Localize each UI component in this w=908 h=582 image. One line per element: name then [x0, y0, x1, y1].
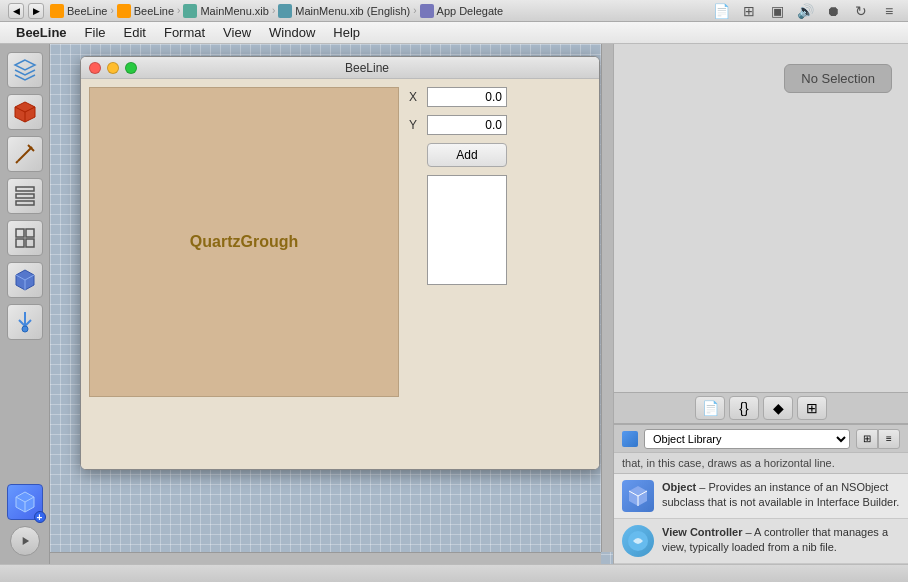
inspector-tabs: 📄 {} ◆ ⊞: [614, 392, 908, 424]
breadcrumb-item-2[interactable]: BeeLine: [117, 4, 174, 18]
xib-main-view[interactable]: QuartzGrough: [89, 87, 399, 397]
inspector-tab-size[interactable]: ◆: [763, 396, 793, 420]
breadcrumb-label-4: MainMenu.xib (English): [295, 5, 410, 17]
menu-item-help[interactable]: Help: [325, 23, 368, 42]
canvas-area[interactable]: BeeLine QuartzGrough X Y Add: [50, 44, 613, 564]
breadcrumb-label-3: MainMenu.xib: [200, 5, 268, 17]
tool-list[interactable]: [7, 178, 43, 214]
tool-arrow-3d[interactable]: [7, 304, 43, 340]
breadcrumb-label-1: BeeLine: [67, 5, 107, 17]
english-xib-icon: [278, 4, 292, 18]
x-input[interactable]: [427, 87, 507, 107]
object-item-text: Object – Provides an instance of an NSOb…: [662, 480, 900, 511]
no-selection-badge: No Selection: [784, 64, 892, 93]
window-minimize-button[interactable]: [107, 62, 119, 74]
object-item-desc: – Provides an instance of an NSObject su…: [662, 481, 899, 508]
xib-controls: X Y Add: [409, 87, 591, 461]
no-selection-area: No Selection: [614, 44, 908, 392]
play-button[interactable]: [10, 526, 40, 556]
tool-add-component[interactable]: +: [7, 484, 43, 520]
xib-view-label: QuartzGrough: [190, 233, 298, 251]
toolbar-sound-icon[interactable]: 🔊: [794, 2, 816, 20]
svg-marker-11: [22, 537, 28, 545]
menu-item-view[interactable]: View: [215, 23, 259, 42]
menu-item-format[interactable]: Format: [156, 23, 213, 42]
svg-line-0: [18, 147, 32, 161]
library-select[interactable]: Object Library: [644, 429, 850, 449]
right-panel: No Selection 📄 {} ◆ ⊞ Object Library ⊞ ≡…: [613, 44, 908, 564]
library-items: Object – Provides an instance of an NSOb…: [614, 474, 908, 564]
library-description: that, in this case, draws as a horizonta…: [614, 453, 908, 474]
beeline-icon: [50, 4, 64, 18]
menu-item-file[interactable]: File: [77, 23, 114, 42]
svg-rect-8: [16, 239, 24, 247]
library-list-view-button[interactable]: ≡: [878, 429, 900, 449]
toolbar-record-icon[interactable]: ⏺: [822, 2, 844, 20]
x-label: X: [409, 90, 421, 104]
svg-rect-4: [16, 194, 34, 198]
add-button[interactable]: Add: [427, 143, 507, 167]
tool-3d-box[interactable]: [7, 262, 43, 298]
x-coord-row: X: [409, 87, 591, 107]
breadcrumb-item-3[interactable]: MainMenu.xib: [183, 4, 268, 18]
delegate-icon: [420, 4, 434, 18]
nav-controls: ◀ ▶: [8, 3, 44, 19]
breadcrumb-item-1[interactable]: BeeLine: [50, 4, 107, 18]
tool-pencil[interactable]: [7, 136, 43, 172]
library-item-object[interactable]: Object – Provides an instance of an NSOb…: [614, 474, 908, 519]
xib-icon: [183, 4, 197, 18]
inspector-tab-identity[interactable]: 📄: [695, 396, 725, 420]
breadcrumb-sep-3: ›: [272, 5, 275, 16]
tool-3d-view[interactable]: [7, 52, 43, 88]
window-close-button[interactable]: [89, 62, 101, 74]
menu-bar: BeeLine File Edit Format View Window Hel…: [0, 22, 908, 44]
svg-rect-9: [26, 239, 34, 247]
inspector-tab-attributes[interactable]: {}: [729, 396, 759, 420]
tool-grid[interactable]: [7, 220, 43, 256]
add-badge: +: [34, 511, 46, 523]
y-input[interactable]: [427, 115, 507, 135]
breadcrumb-item-5[interactable]: App Delegate: [420, 4, 504, 18]
svg-rect-7: [26, 229, 34, 237]
canvas-scrollbar-horizontal[interactable]: [50, 552, 601, 564]
breadcrumb-item-4[interactable]: MainMenu.xib (English): [278, 4, 410, 18]
breadcrumb-label-2: BeeLine: [134, 5, 174, 17]
viewcontroller-item-text: View Controller – A controller that mana…: [662, 525, 900, 556]
beeline-icon-2: [117, 4, 131, 18]
toolbar-view-icon[interactable]: ▣: [766, 2, 788, 20]
title-bar: ◀ ▶ BeeLine › BeeLine › MainMenu.xib › M…: [0, 0, 908, 22]
xib-listbox[interactable]: [427, 175, 507, 285]
breadcrumb-sep-2: ›: [177, 5, 180, 16]
tool-cube[interactable]: [7, 94, 43, 130]
window-maximize-button[interactable]: [125, 62, 137, 74]
library-grid-view-button[interactable]: ⊞: [856, 429, 878, 449]
library-area: Object Library ⊞ ≡ that, in this case, d…: [614, 424, 908, 564]
nav-forward-button[interactable]: ▶: [28, 3, 44, 19]
viewcontroller-item-icon: [622, 525, 654, 557]
toolbar-grid-icon[interactable]: ⊞: [738, 2, 760, 20]
xib-window-title: BeeLine: [143, 61, 591, 75]
breadcrumb-label-5: App Delegate: [437, 5, 504, 17]
inspector-tab-connections[interactable]: ⊞: [797, 396, 827, 420]
menu-item-beeline[interactable]: BeeLine: [8, 23, 75, 42]
breadcrumb: BeeLine › BeeLine › MainMenu.xib › MainM…: [50, 4, 503, 18]
xib-titlebar: BeeLine: [81, 57, 599, 79]
svg-rect-5: [16, 201, 34, 205]
object-item-title: Object: [662, 481, 696, 493]
main-layout: + BeeLine QuartzGrough: [0, 44, 908, 564]
library-header: Object Library ⊞ ≡: [614, 425, 908, 453]
object-item-icon: [622, 480, 654, 512]
menu-item-edit[interactable]: Edit: [116, 23, 154, 42]
library-item-viewcontroller[interactable]: View Controller – A controller that mana…: [614, 519, 908, 564]
nav-back-button[interactable]: ◀: [8, 3, 24, 19]
status-bar: [0, 564, 908, 582]
y-coord-row: Y: [409, 115, 591, 135]
canvas-scrollbar-vertical[interactable]: [601, 44, 613, 552]
toolbar-new-icon[interactable]: 📄: [710, 2, 732, 20]
toolbar-right: 📄 ⊞ ▣ 🔊 ⏺ ↻ ≡: [710, 2, 900, 20]
svg-rect-6: [16, 229, 24, 237]
toolbar-menu-icon[interactable]: ≡: [878, 2, 900, 20]
xib-window: BeeLine QuartzGrough X Y Add: [80, 56, 600, 470]
menu-item-window[interactable]: Window: [261, 23, 323, 42]
toolbar-refresh-icon[interactable]: ↻: [850, 2, 872, 20]
